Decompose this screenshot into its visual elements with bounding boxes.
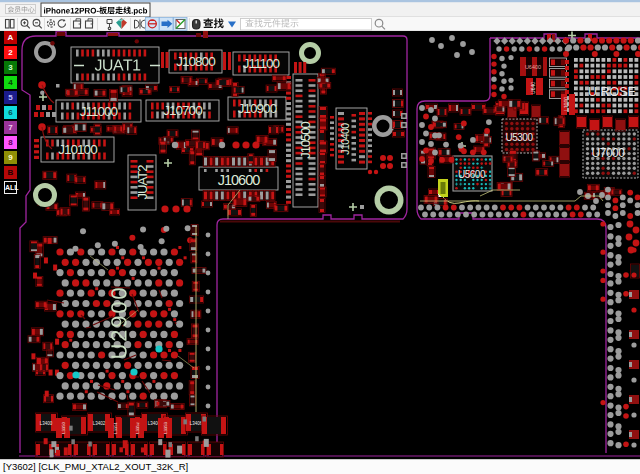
svg-text:L3402: L3402	[93, 421, 106, 426]
svg-text:J11000: J11000	[80, 104, 118, 119]
svg-text:U6400: U6400	[525, 64, 541, 70]
svg-text:L3351: L3351	[113, 422, 118, 434]
svg-text:U7000: U7000	[592, 146, 626, 160]
svg-text:J10600: J10600	[218, 172, 261, 188]
svg-text:J10400: J10400	[339, 123, 351, 155]
svg-text:L1000: L1000	[563, 97, 569, 111]
svg-text:J10800: J10800	[176, 54, 215, 69]
svg-text:L3353: L3353	[163, 422, 168, 434]
svg-text:J10500: J10500	[298, 121, 313, 158]
svg-text:L3350: L3350	[61, 422, 66, 434]
svg-text:L3400: L3400	[40, 421, 53, 426]
svg-text:L3406: L3406	[190, 421, 203, 426]
svg-text:J10700: J10700	[163, 103, 202, 118]
svg-text:U5300: U5300	[506, 132, 534, 143]
svg-text:U5600: U5600	[458, 169, 486, 180]
svg-text:U ROSE: U ROSE	[588, 85, 636, 99]
svg-text:J11100: J11100	[243, 56, 280, 71]
svg-text:U640: U640	[530, 82, 536, 94]
svg-text:JUAT2: JUAT2	[135, 165, 150, 200]
svg-text:J10900: J10900	[238, 101, 277, 116]
svg-text:J10100: J10100	[58, 142, 97, 157]
